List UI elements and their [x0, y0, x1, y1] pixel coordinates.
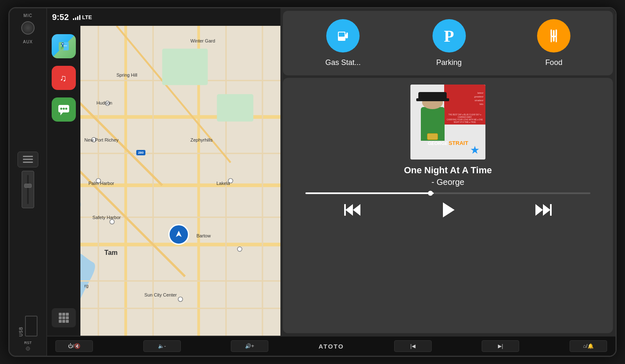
- svg-rect-2: [23, 162, 33, 163]
- maps-app-icon[interactable]: [52, 34, 76, 58]
- rst-button[interactable]: [26, 347, 30, 351]
- status-bar: 9:52 LTE: [47, 8, 280, 26]
- svg-text:♫: ♫: [60, 73, 67, 83]
- app-icons-panel: ♫: [47, 26, 80, 336]
- car-head-unit: MIC AUX US: [8, 7, 617, 357]
- usb-label: USB: [19, 316, 23, 337]
- mic-knob[interactable]: [21, 21, 35, 35]
- svg-point-14: [60, 108, 62, 110]
- svg-rect-23: [59, 320, 62, 323]
- poi-gas-icon: [326, 19, 360, 52]
- map-svg: [80, 26, 280, 336]
- svg-rect-0: [23, 156, 33, 157]
- navigation-arrow: [168, 224, 189, 245]
- svg-rect-59: [553, 30, 555, 42]
- svg-point-49: [110, 219, 114, 224]
- svg-rect-24: [62, 320, 65, 323]
- svg-rect-19: [66, 313, 69, 316]
- svg-marker-63: [353, 204, 360, 216]
- artist-name: - George: [404, 177, 492, 187]
- signal-bar-1: [73, 18, 74, 20]
- song-info: One Night At A Time - George: [404, 165, 492, 187]
- poi-panel: Gas Stat... P Parking: [283, 11, 613, 75]
- svg-point-46: [105, 101, 110, 106]
- svg-rect-64: [344, 204, 346, 216]
- svg-point-50: [228, 179, 233, 183]
- volume-slider-container: [22, 171, 34, 208]
- progress-thumb: [428, 191, 433, 196]
- vol-up-button[interactable]: 🔊+: [231, 340, 268, 352]
- rewind-button[interactable]: [340, 201, 365, 219]
- poi-gas-station[interactable]: Gas Stat...: [325, 19, 361, 67]
- road-sign-280: 280: [136, 150, 145, 155]
- music-panel: latestgreateststraitesthits THE BEST DAY…: [283, 78, 613, 333]
- side-button-1[interactable]: [18, 152, 38, 167]
- svg-point-16: [65, 108, 68, 110]
- progress-fill: [305, 192, 434, 194]
- album-art: latestgreateststraitesthits THE BEST DAY…: [410, 85, 485, 160]
- svg-rect-21: [62, 317, 65, 319]
- vol-down-button[interactable]: 🔈-: [143, 340, 181, 352]
- device-inner: MIC AUX US: [10, 8, 615, 356]
- svg-rect-17: [59, 313, 62, 316]
- svg-rect-18: [62, 313, 65, 316]
- svg-marker-67: [543, 204, 550, 216]
- svg-rect-45: [217, 94, 254, 122]
- svg-rect-55: [339, 32, 345, 37]
- fast-forward-button[interactable]: [530, 201, 555, 219]
- signal-bar-2: [75, 17, 76, 20]
- svg-marker-53: [176, 231, 182, 237]
- poi-food-label: Food: [545, 58, 562, 67]
- svg-point-58: [346, 32, 348, 34]
- svg-rect-44: [162, 49, 208, 85]
- progress-bar[interactable]: [305, 192, 590, 194]
- right-column: Gas Stat... P Parking: [280, 8, 615, 336]
- svg-marker-65: [443, 202, 455, 217]
- play-button[interactable]: [435, 201, 460, 219]
- svg-rect-7: [60, 45, 67, 46]
- next-track-button[interactable]: ▶|: [482, 340, 519, 352]
- signal-bars: [73, 14, 80, 20]
- messages-app-icon[interactable]: [52, 97, 76, 122]
- svg-rect-1: [23, 159, 33, 160]
- poi-food-icon: [537, 19, 570, 52]
- svg-point-51: [238, 247, 242, 252]
- home-button[interactable]: ⌂/🔔: [570, 340, 607, 352]
- bottom-control-bar: ⏻/🔇 🔈- 🔊+ ATOTO |◀ ▶| ⌂/🔔: [47, 336, 615, 356]
- george-strait-album-art: latestgreateststraitesthits THE BEST DAY…: [410, 85, 485, 160]
- music-controls: [305, 201, 590, 219]
- mic-label: MIC: [23, 13, 32, 18]
- svg-point-15: [63, 108, 65, 110]
- poi-parking-label: Parking: [436, 58, 462, 67]
- power-mute-button[interactable]: ⏻/🔇: [55, 340, 93, 352]
- prev-track-button[interactable]: |◀: [394, 340, 432, 352]
- svg-point-10: [62, 43, 63, 45]
- signal-area: LTE: [73, 14, 92, 20]
- rst-label: RST: [24, 341, 32, 345]
- svg-rect-68: [550, 204, 552, 216]
- poi-food[interactable]: Food: [537, 19, 570, 67]
- usb-port[interactable]: [25, 316, 38, 337]
- svg-point-48: [96, 179, 101, 183]
- signal-bar-3: [77, 16, 78, 20]
- svg-point-52: [178, 297, 183, 302]
- brand-label: ATOTO: [319, 343, 344, 350]
- poi-parking-icon: P: [432, 19, 466, 52]
- signal-bar-4: [79, 15, 80, 20]
- aux-label: AUX: [23, 40, 33, 44]
- screen-content: 9:52 LTE: [47, 8, 615, 336]
- svg-rect-20: [59, 317, 62, 319]
- music-app-icon[interactable]: ♫: [52, 66, 76, 90]
- grid-button[interactable]: [52, 308, 76, 327]
- poi-gas-label: Gas Stat...: [325, 58, 361, 67]
- svg-point-47: [92, 137, 96, 142]
- map-view[interactable]: Winter Gard Spring Hill Hudson New Port …: [80, 26, 280, 336]
- poi-parking[interactable]: P Parking: [432, 19, 466, 67]
- album-star: ★: [470, 144, 480, 157]
- svg-marker-13: [60, 112, 63, 115]
- svg-rect-25: [66, 320, 69, 323]
- svg-rect-22: [66, 317, 69, 319]
- volume-slider-thumb[interactable]: [24, 184, 32, 188]
- svg-marker-62: [345, 204, 353, 216]
- artist-last-name: STRAIT: [449, 140, 468, 146]
